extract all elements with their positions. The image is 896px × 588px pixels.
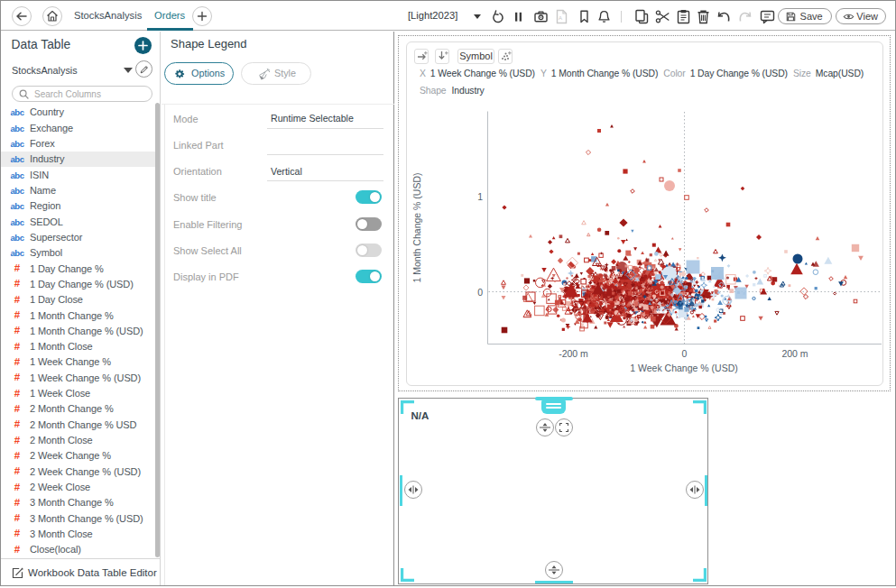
- svg-text:0: 0: [682, 348, 688, 359]
- svg-text:A: A: [559, 15, 562, 21]
- svg-text:200 m: 200 m: [781, 348, 808, 359]
- svg-text:1: 1: [477, 190, 483, 201]
- svg-text:-200 m: -200 m: [559, 348, 588, 359]
- svg-text:0: 0: [477, 286, 483, 297]
- svg-text:1 Week Change % (USD): 1 Week Change % (USD): [630, 363, 737, 373]
- svg-text:1 Month Change % (USD): 1 Month Change % (USD): [411, 172, 422, 282]
